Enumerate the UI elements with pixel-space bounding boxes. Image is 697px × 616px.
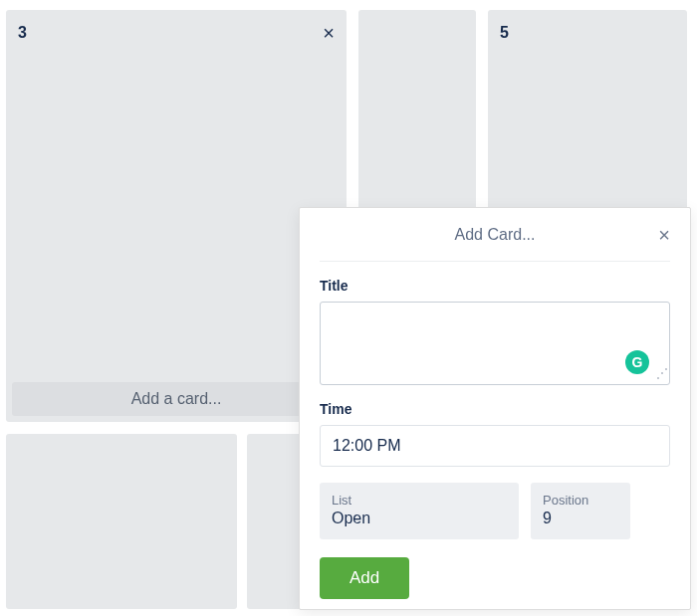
list-number: 3 [18, 24, 27, 42]
close-icon[interactable]: × [658, 223, 670, 246]
list-meta-value: Open [332, 510, 507, 527]
dialog-title: Add Card... [455, 226, 536, 244]
board: 3 × Add a card... 5 Add Card... × [0, 0, 697, 616]
title-label: Title [320, 278, 670, 294]
title-input-wrapper: G ⋰ [320, 302, 670, 385]
list-header [6, 434, 237, 470]
add-button[interactable]: Add [320, 557, 409, 599]
position-meta-value: 9 [543, 510, 618, 527]
list-selector[interactable]: List Open [320, 483, 519, 539]
list-header: 3 × [6, 10, 347, 46]
title-input[interactable] [321, 303, 669, 384]
list-header [358, 10, 476, 46]
board-list[interactable] [6, 434, 237, 609]
grammarly-icon[interactable]: G [625, 350, 649, 374]
add-card-button[interactable]: Add a card... [12, 382, 341, 416]
position-meta-label: Position [543, 493, 618, 508]
close-icon[interactable]: × [323, 23, 335, 43]
list-header: 5 [488, 10, 687, 46]
add-card-label: Add a card... [131, 390, 222, 408]
dialog-header: Add Card... × [320, 208, 670, 262]
board-list[interactable]: 3 × Add a card... [6, 10, 347, 422]
list-number: 5 [500, 24, 509, 42]
list-meta-label: List [332, 493, 507, 508]
meta-row: List Open Position 9 [320, 483, 670, 539]
resize-handle-icon[interactable]: ⋰ [653, 370, 667, 384]
time-input[interactable] [320, 425, 670, 467]
add-card-dialog: Add Card... × Title G ⋰ Time List Open P… [299, 207, 691, 610]
position-selector[interactable]: Position 9 [531, 483, 630, 539]
time-label: Time [320, 401, 670, 417]
